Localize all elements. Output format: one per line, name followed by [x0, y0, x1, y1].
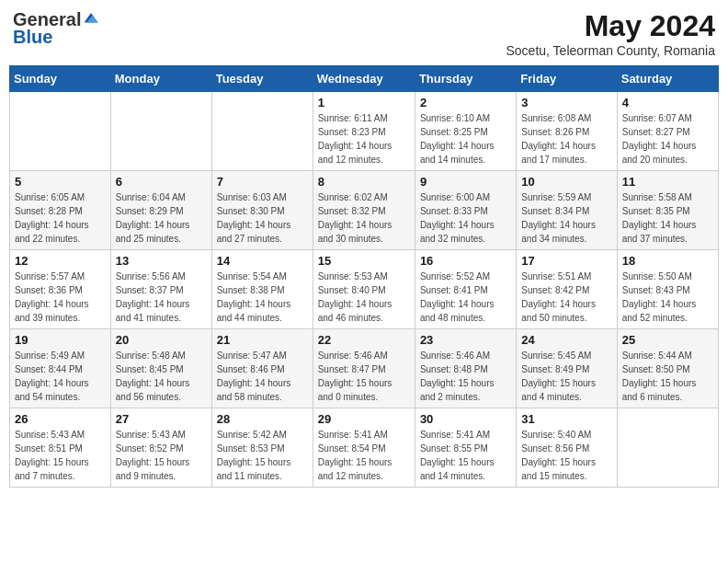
- day-info: Sunrise: 6:05 AM Sunset: 8:28 PM Dayligh…: [15, 190, 106, 246]
- day-number: 1: [318, 96, 410, 109]
- month-title: May 2024: [506, 9, 716, 43]
- day-info: Sunrise: 5:58 AM Sunset: 8:35 PM Dayligh…: [622, 190, 713, 246]
- day-info: Sunrise: 5:44 AM Sunset: 8:50 PM Dayligh…: [622, 349, 713, 404]
- day-info: Sunrise: 5:50 AM Sunset: 8:43 PM Dayligh…: [622, 270, 713, 325]
- day-number: 11: [622, 175, 713, 189]
- day-number: 6: [116, 175, 207, 189]
- day-number: 15: [318, 254, 410, 268]
- calendar-cell: 3Sunrise: 6:08 AM Sunset: 8:26 PM Daylig…: [517, 92, 617, 171]
- calendar-cell: 20Sunrise: 5:48 AM Sunset: 8:45 PM Dayli…: [110, 329, 211, 408]
- calendar-cell: 15Sunrise: 5:53 AM Sunset: 8:40 PM Dayli…: [313, 250, 415, 329]
- calendar-cell: 11Sunrise: 5:58 AM Sunset: 8:35 PM Dayli…: [617, 171, 718, 250]
- day-number: 20: [116, 333, 207, 347]
- day-info: Sunrise: 5:48 AM Sunset: 8:45 PM Dayligh…: [116, 349, 207, 404]
- day-info: Sunrise: 5:57 AM Sunset: 8:36 PM Dayligh…: [15, 270, 106, 325]
- calendar-cell: [10, 92, 111, 171]
- calendar-cell: 6Sunrise: 6:04 AM Sunset: 8:29 PM Daylig…: [110, 171, 211, 250]
- calendar-cell: 27Sunrise: 5:43 AM Sunset: 8:52 PM Dayli…: [110, 408, 211, 488]
- day-info: Sunrise: 5:42 AM Sunset: 8:53 PM Dayligh…: [217, 428, 308, 483]
- calendar-week-row: 19Sunrise: 5:49 AM Sunset: 8:44 PM Dayli…: [10, 329, 719, 408]
- calendar-cell: 10Sunrise: 5:59 AM Sunset: 8:34 PM Dayli…: [517, 171, 617, 250]
- day-number: 26: [15, 412, 106, 426]
- calendar-cell: 28Sunrise: 5:42 AM Sunset: 8:53 PM Dayli…: [211, 408, 313, 488]
- day-info: Sunrise: 5:41 AM Sunset: 8:55 PM Dayligh…: [420, 428, 511, 483]
- calendar-cell: 21Sunrise: 5:47 AM Sunset: 8:46 PM Dayli…: [211, 329, 313, 408]
- day-number: 12: [15, 254, 106, 268]
- calendar-week-row: 26Sunrise: 5:43 AM Sunset: 8:51 PM Dayli…: [10, 408, 719, 488]
- day-info: Sunrise: 5:41 AM Sunset: 8:54 PM Dayligh…: [318, 428, 410, 483]
- day-number: 21: [217, 333, 308, 347]
- day-info: Sunrise: 5:51 AM Sunset: 8:42 PM Dayligh…: [521, 270, 611, 325]
- logo-blue-text: Blue: [13, 27, 52, 48]
- calendar-dow-monday: Monday: [110, 66, 211, 92]
- calendar-week-row: 5Sunrise: 6:05 AM Sunset: 8:28 PM Daylig…: [10, 171, 719, 250]
- calendar-cell: 19Sunrise: 5:49 AM Sunset: 8:44 PM Dayli…: [10, 329, 111, 408]
- day-number: 28: [217, 412, 308, 426]
- calendar-cell: 8Sunrise: 6:02 AM Sunset: 8:32 PM Daylig…: [313, 171, 415, 250]
- calendar-cell: 4Sunrise: 6:07 AM Sunset: 8:27 PM Daylig…: [617, 92, 718, 171]
- calendar-cell: 12Sunrise: 5:57 AM Sunset: 8:36 PM Dayli…: [10, 250, 111, 329]
- calendar-cell: 30Sunrise: 5:41 AM Sunset: 8:55 PM Dayli…: [415, 408, 516, 488]
- logo: General Blue: [13, 9, 99, 48]
- calendar-dow-saturday: Saturday: [617, 66, 718, 92]
- day-info: Sunrise: 5:46 AM Sunset: 8:48 PM Dayligh…: [420, 349, 511, 404]
- calendar-table: SundayMondayTuesdayWednesdayThursdayFrid…: [9, 65, 719, 488]
- day-number: 2: [420, 96, 511, 109]
- day-number: 25: [622, 333, 713, 347]
- day-info: Sunrise: 5:47 AM Sunset: 8:46 PM Dayligh…: [217, 349, 308, 404]
- calendar-cell: [617, 408, 718, 488]
- calendar-cell: 24Sunrise: 5:45 AM Sunset: 8:49 PM Dayli…: [517, 329, 617, 408]
- day-number: 14: [217, 254, 308, 268]
- day-number: 24: [521, 333, 611, 347]
- day-number: 31: [521, 412, 611, 426]
- day-info: Sunrise: 5:54 AM Sunset: 8:38 PM Dayligh…: [217, 270, 308, 325]
- calendar-cell: 18Sunrise: 5:50 AM Sunset: 8:43 PM Dayli…: [617, 250, 718, 329]
- calendar-header-row: SundayMondayTuesdayWednesdayThursdayFrid…: [10, 66, 719, 92]
- calendar-cell: [110, 92, 211, 171]
- day-info: Sunrise: 6:07 AM Sunset: 8:27 PM Dayligh…: [622, 111, 713, 167]
- day-info: Sunrise: 6:11 AM Sunset: 8:23 PM Dayligh…: [318, 111, 410, 167]
- calendar-cell: 9Sunrise: 6:00 AM Sunset: 8:33 PM Daylig…: [415, 171, 516, 250]
- day-number: 5: [15, 175, 106, 189]
- calendar-cell: 2Sunrise: 6:10 AM Sunset: 8:25 PM Daylig…: [415, 92, 516, 171]
- calendar-cell: 29Sunrise: 5:41 AM Sunset: 8:54 PM Dayli…: [313, 408, 415, 488]
- calendar-dow-tuesday: Tuesday: [211, 66, 313, 92]
- day-info: Sunrise: 5:59 AM Sunset: 8:34 PM Dayligh…: [521, 190, 611, 246]
- calendar-cell: 13Sunrise: 5:56 AM Sunset: 8:37 PM Dayli…: [110, 250, 211, 329]
- logo-icon: [83, 10, 99, 27]
- day-info: Sunrise: 5:46 AM Sunset: 8:47 PM Dayligh…: [318, 349, 410, 404]
- day-number: 9: [420, 175, 511, 189]
- calendar-dow-friday: Friday: [517, 66, 617, 92]
- day-number: 19: [15, 333, 106, 347]
- calendar-week-row: 1Sunrise: 6:11 AM Sunset: 8:23 PM Daylig…: [10, 92, 719, 171]
- day-info: Sunrise: 5:43 AM Sunset: 8:52 PM Dayligh…: [116, 428, 207, 483]
- calendar-cell: [211, 92, 313, 171]
- day-number: 7: [217, 175, 308, 189]
- calendar-cell: 5Sunrise: 6:05 AM Sunset: 8:28 PM Daylig…: [10, 171, 111, 250]
- calendar-dow-thursday: Thursday: [415, 66, 516, 92]
- day-number: 29: [318, 412, 410, 426]
- day-number: 27: [116, 412, 207, 426]
- day-number: 10: [521, 175, 611, 189]
- calendar-dow-wednesday: Wednesday: [313, 66, 415, 92]
- title-section: May 2024 Socetu, Teleorman County, Roman…: [506, 9, 716, 58]
- day-info: Sunrise: 5:52 AM Sunset: 8:41 PM Dayligh…: [420, 270, 511, 325]
- day-info: Sunrise: 6:02 AM Sunset: 8:32 PM Dayligh…: [318, 190, 410, 246]
- calendar-cell: 14Sunrise: 5:54 AM Sunset: 8:38 PM Dayli…: [211, 250, 313, 329]
- day-number: 22: [318, 333, 410, 347]
- location-subtitle: Socetu, Teleorman County, Romania: [506, 43, 716, 58]
- day-info: Sunrise: 5:45 AM Sunset: 8:49 PM Dayligh…: [521, 349, 611, 404]
- day-info: Sunrise: 6:04 AM Sunset: 8:29 PM Dayligh…: [116, 190, 207, 246]
- day-info: Sunrise: 5:53 AM Sunset: 8:40 PM Dayligh…: [318, 270, 410, 325]
- day-info: Sunrise: 5:40 AM Sunset: 8:56 PM Dayligh…: [521, 428, 611, 483]
- day-number: 18: [622, 254, 713, 268]
- day-info: Sunrise: 5:49 AM Sunset: 8:44 PM Dayligh…: [15, 349, 106, 404]
- day-number: 30: [420, 412, 511, 426]
- calendar-cell: 1Sunrise: 6:11 AM Sunset: 8:23 PM Daylig…: [313, 92, 415, 171]
- day-number: 8: [318, 175, 410, 189]
- calendar-cell: 31Sunrise: 5:40 AM Sunset: 8:56 PM Dayli…: [517, 408, 617, 488]
- page-header: General Blue May 2024 Socetu, Teleorman …: [9, 9, 719, 58]
- day-info: Sunrise: 5:43 AM Sunset: 8:51 PM Dayligh…: [15, 428, 106, 483]
- day-info: Sunrise: 6:08 AM Sunset: 8:26 PM Dayligh…: [521, 111, 611, 167]
- day-info: Sunrise: 6:00 AM Sunset: 8:33 PM Dayligh…: [420, 190, 511, 246]
